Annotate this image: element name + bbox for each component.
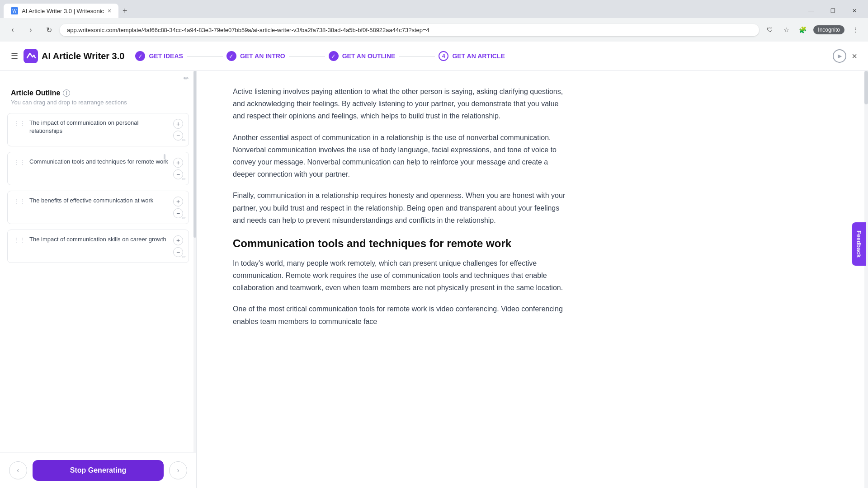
stop-generating-button[interactable]: Stop Generating xyxy=(33,460,164,481)
section-text-4: The impact of communication skills on ca… xyxy=(29,235,170,244)
drag-handle-1[interactable]: ⋮⋮ xyxy=(13,120,26,127)
play-button[interactable]: ▶ xyxy=(833,49,846,63)
step-label-1: GET IDEAS xyxy=(149,52,183,60)
main-area: ✏ Article Outline i You can drag and dro… xyxy=(0,71,868,488)
drag-handle-4[interactable]: ⋮⋮ xyxy=(13,236,26,244)
feedback-tab[interactable]: Feedback xyxy=(852,222,866,266)
article-paragraph-3: Finally, communication in a relationship… xyxy=(233,189,567,226)
tab-favicon: W xyxy=(11,7,18,14)
new-tab-button[interactable]: + xyxy=(118,5,131,17)
step-check-4: 4 xyxy=(439,51,448,61)
header-actions: ▶ × xyxy=(833,49,857,63)
panel-scroll: ✏ Article Outline i You can drag and dro… xyxy=(0,71,196,488)
app-title: AI Article Writer 3.0 xyxy=(42,51,124,61)
extensions-icon[interactable]: 🧩 xyxy=(795,23,810,37)
outline-title: Article Outline i xyxy=(11,89,185,97)
step-label-2: GET AN INTRO xyxy=(240,52,285,60)
step-label-3: GET AN OUTLINE xyxy=(342,52,396,60)
step-check-3: ✓ xyxy=(329,51,339,61)
close-window-button[interactable]: ✕ xyxy=(844,4,864,18)
tab-close-button[interactable]: × xyxy=(108,7,111,14)
section-text-1: The impact of communication on personal … xyxy=(29,119,170,135)
bookmark-icon[interactable]: ☆ xyxy=(779,23,793,37)
next-button[interactable]: › xyxy=(169,461,187,479)
previous-button[interactable]: ‹ xyxy=(9,461,27,479)
section-card-1: ⋮⋮ The impact of communication on person… xyxy=(7,113,189,146)
address-input[interactable] xyxy=(60,24,759,36)
minimize-button[interactable]: — xyxy=(801,4,821,18)
step-divider-3 xyxy=(399,56,435,56)
step-get-intro[interactable]: ✓ GET AN INTRO xyxy=(226,51,285,61)
add-section-1-button[interactable]: + xyxy=(173,119,183,129)
card-edit-icon-3[interactable]: ✏ xyxy=(182,215,186,221)
logo-icon xyxy=(24,49,38,63)
window-controls: — ❐ ✕ xyxy=(801,4,868,18)
card-edit-icon-1[interactable]: ✏ xyxy=(182,137,186,143)
step-divider-1 xyxy=(187,56,223,56)
section-card-4: ⋮⋮ The impact of communication skills on… xyxy=(7,230,189,263)
section-card-3: ⋮⋮ The benefits of effective communicati… xyxy=(7,191,189,224)
article-paragraph-2: Another essential aspect of communicatio… xyxy=(233,131,567,181)
add-section-2-button[interactable]: + xyxy=(173,158,183,168)
info-icon[interactable]: i xyxy=(63,89,70,97)
menu-icon[interactable]: ⋮ xyxy=(848,23,863,37)
section-items: ⋮⋮ The impact of communication on person… xyxy=(0,108,196,268)
card-edit-icon-2[interactable]: ✏ xyxy=(182,176,186,182)
step-check-1: ✓ xyxy=(135,51,145,61)
section-text-2: Communication tools and techniques for r… xyxy=(29,158,170,166)
panel-top-edit: ✏ xyxy=(0,71,196,85)
add-section-4-button[interactable]: + xyxy=(173,235,183,245)
svg-rect-0 xyxy=(24,49,38,63)
left-scrollbar-track xyxy=(193,71,196,488)
right-content-scrollbar[interactable] xyxy=(864,71,868,488)
incognito-badge: Incognito xyxy=(813,25,844,34)
tab-title: AI Article Writer 3.0 | Writesonic xyxy=(22,8,104,14)
forward-button[interactable]: › xyxy=(24,23,38,37)
drag-handle-2[interactable]: ⋮⋮ xyxy=(13,159,26,166)
back-button[interactable]: ‹ xyxy=(5,23,20,37)
step-get-article[interactable]: 4 GET AN ARTICLE xyxy=(439,51,505,61)
article-section-heading: Communication tools and techniques for r… xyxy=(233,237,567,250)
step-get-ideas[interactable]: ✓ GET IDEAS xyxy=(135,51,183,61)
outline-header: Article Outline i You can drag and drop … xyxy=(0,85,196,108)
hamburger-menu[interactable]: ☰ xyxy=(11,51,18,61)
app-header: ☰ AI Article Writer 3.0 ✓ GET IDEAS ✓ GE… xyxy=(0,42,868,71)
refresh-button[interactable]: ↻ xyxy=(42,23,56,37)
add-section-3-button[interactable]: + xyxy=(173,197,183,206)
article-content: Active listening involves paying attenti… xyxy=(197,71,604,351)
section-card-2: ⋮⋮ Communication tools and techniques fo… xyxy=(7,152,189,185)
edit-icon-top[interactable]: ✏ xyxy=(184,75,189,82)
right-content[interactable]: Active listening involves paying attenti… xyxy=(197,71,868,488)
tab-bar: W AI Article Writer 3.0 | Writesonic × +… xyxy=(0,0,868,18)
app-logo: AI Article Writer 3.0 xyxy=(24,49,124,63)
step-label-4: GET AN ARTICLE xyxy=(452,52,505,60)
left-panel: ✏ Article Outline i You can drag and dro… xyxy=(0,71,197,488)
article-paragraph-5: One of the most critical communication t… xyxy=(233,303,567,327)
step-divider-2 xyxy=(289,56,325,56)
right-scrollbar-thumb xyxy=(864,71,868,104)
maximize-button[interactable]: ❐ xyxy=(823,4,843,18)
outline-subtitle: You can drag and drop to rearrange secti… xyxy=(11,99,185,106)
article-paragraph-1: Active listening involves paying attenti… xyxy=(233,85,567,122)
step-check-2: ✓ xyxy=(226,51,236,61)
section-text-3: The benefits of effective communication … xyxy=(29,197,170,205)
article-paragraph-4: In today's world, many people work remot… xyxy=(233,257,567,294)
shield-icon: 🛡 xyxy=(763,23,777,37)
left-panel-scrollbar[interactable] xyxy=(193,71,196,488)
steps-nav: ✓ GET IDEAS ✓ GET AN INTRO ✓ GET AN OUTL… xyxy=(135,51,833,61)
address-icons: 🛡 ☆ 🧩 xyxy=(763,23,810,37)
card-scrollbar-thumb xyxy=(164,154,165,160)
step-get-outline[interactable]: ✓ GET AN OUTLINE xyxy=(329,51,396,61)
close-button[interactable]: × xyxy=(852,51,857,61)
active-tab[interactable]: W AI Article Writer 3.0 | Writesonic × xyxy=(4,4,118,18)
card-scrollbar xyxy=(163,152,166,185)
left-scrollbar-thumb xyxy=(193,71,196,238)
drag-handle-3[interactable]: ⋮⋮ xyxy=(13,197,26,205)
panel-footer: ‹ Stop Generating › xyxy=(0,452,196,488)
card-edit-icon-4[interactable]: ✏ xyxy=(182,254,186,260)
address-bar-row: ‹ › ↻ 🛡 ☆ 🧩 Incognito ⋮ xyxy=(0,18,868,42)
browser-chrome: W AI Article Writer 3.0 | Writesonic × +… xyxy=(0,0,868,42)
